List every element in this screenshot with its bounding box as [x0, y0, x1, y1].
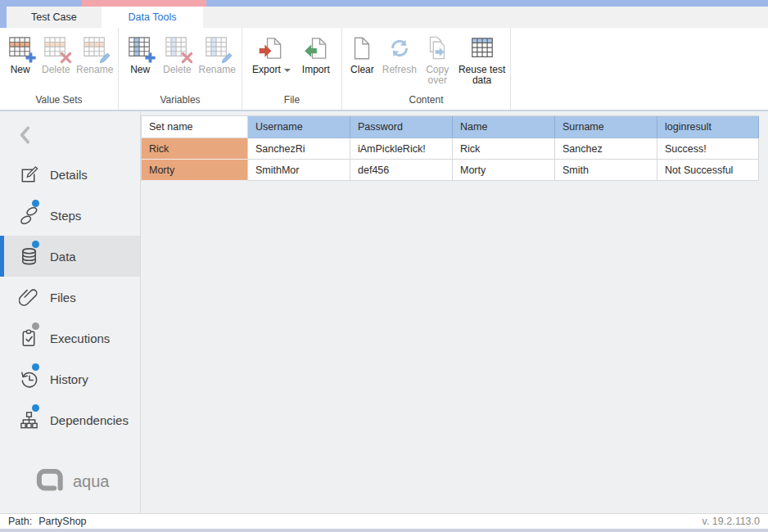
- button-label: Refresh: [382, 65, 417, 75]
- history-icon: [18, 368, 39, 390]
- chevron-left-icon: [16, 124, 34, 146]
- ribbon-group-label: Variables: [119, 92, 242, 110]
- table-cell-surname[interactable]: Smith: [555, 160, 657, 181]
- active-tab-accent: [82, 0, 206, 7]
- path-value: PartyShop: [38, 516, 86, 527]
- column-header-set-name[interactable]: Set name: [142, 116, 248, 138]
- button-label: Copy over: [421, 65, 454, 86]
- app-window: Test Case Data Tools New Del: [0, 0, 768, 532]
- paperclip-icon: [18, 286, 39, 308]
- sidebar: Details Steps Data Files: [0, 111, 141, 513]
- button-label: New: [130, 65, 150, 75]
- table-delete-row-icon: [42, 34, 70, 63]
- window-edge-accent: [0, 0, 7, 28]
- table-cell-surname[interactable]: Sanchez: [555, 138, 657, 160]
- refresh-button: Refresh: [382, 34, 417, 75]
- ribbon-group-value-sets: New Delete Rename Value Se: [0, 28, 119, 110]
- table-row: Rick SanchezRi iAmPickleRick! Rick Sanch…: [142, 138, 759, 160]
- notification-badge: [32, 363, 39, 371]
- column-header-loginresult[interactable]: loginresult: [657, 116, 759, 138]
- refresh-icon: [386, 34, 413, 63]
- table-header-row: Set name Username Password Name Surname …: [142, 116, 759, 138]
- table-cell-set-name[interactable]: Morty: [142, 160, 248, 181]
- ribbon-group-label: Value Sets: [0, 92, 118, 110]
- table-add-row-icon: [7, 34, 34, 63]
- pencil-icon: [99, 52, 111, 64]
- sidebar-item-data[interactable]: Data: [0, 236, 140, 277]
- button-label: Delete: [163, 65, 192, 75]
- table-cell-password[interactable]: iAmPickleRick!: [350, 138, 453, 160]
- edit-icon: [18, 164, 39, 185]
- table-rename-row-icon: [81, 34, 109, 63]
- table-cell-loginresult[interactable]: Success!: [657, 138, 759, 160]
- ribbon-empty-space: [511, 28, 768, 110]
- pencil-icon: [221, 52, 233, 64]
- aqua-logo-text: aqua: [73, 472, 110, 491]
- sidebar-item-details[interactable]: Details: [0, 154, 140, 195]
- notification-badge: [32, 200, 39, 207]
- aqua-logo-icon: [34, 469, 66, 494]
- sidebar-item-dependencies[interactable]: Dependencies: [0, 399, 140, 440]
- table-cell-username[interactable]: SanchezRi: [248, 138, 350, 160]
- tab-test-case[interactable]: Test Case: [7, 7, 102, 28]
- column-header-surname[interactable]: Surname: [555, 116, 657, 138]
- column-header-name[interactable]: Name: [453, 116, 555, 138]
- ribbon: New Delete Rename Value Se: [0, 28, 768, 111]
- version-label: v. 19.2.113.0: [702, 516, 760, 527]
- table-cell-password[interactable]: def456: [350, 160, 453, 181]
- content-area: Set name Username Password Name Surname …: [141, 111, 768, 513]
- button-label: Rename: [198, 65, 235, 75]
- ribbon-group-label: Content: [342, 92, 510, 110]
- ribbon-group-content: Clear Refresh Copy over: [342, 28, 511, 110]
- import-button[interactable]: Import: [300, 34, 332, 75]
- table-cell-username[interactable]: SmithMor: [248, 160, 350, 181]
- sidebar-item-label: Files: [50, 291, 76, 304]
- ribbon-group-file: Export Import File: [242, 28, 342, 110]
- sidebar-item-label: Executions: [50, 331, 110, 345]
- sidebar-item-label: History: [50, 372, 88, 386]
- value-sets-new-button[interactable]: New: [5, 34, 36, 75]
- clipboard-check-icon: [18, 327, 39, 349]
- button-label: Import: [302, 65, 330, 75]
- notification-badge: [32, 404, 39, 412]
- column-header-username[interactable]: Username: [248, 116, 350, 138]
- table-cell-name[interactable]: Morty: [453, 160, 555, 181]
- notification-badge: [32, 322, 39, 330]
- sidebar-item-label: Dependencies: [50, 413, 129, 427]
- table-rename-column-icon: [203, 34, 231, 63]
- clear-page-icon: [348, 34, 376, 63]
- x-icon: [181, 52, 193, 64]
- column-header-password[interactable]: Password: [350, 116, 453, 138]
- variables-new-button[interactable]: New: [124, 34, 156, 75]
- data-table: Set name Username Password Name Surname …: [141, 115, 759, 181]
- reuse-test-data-button[interactable]: Reuse test data: [459, 34, 506, 86]
- export-button[interactable]: Export: [252, 34, 291, 75]
- sidebar-item-label: Data: [50, 250, 76, 264]
- steps-icon: [18, 205, 39, 226]
- ribbon-tab-bar: Test Case Data Tools: [0, 7, 768, 28]
- tab-data-tools[interactable]: Data Tools: [102, 7, 204, 28]
- table-cell-name[interactable]: Rick: [453, 138, 555, 160]
- button-label: Clear: [350, 65, 374, 75]
- notification-badge: [32, 241, 39, 248]
- reuse-table-icon: [468, 34, 496, 63]
- ribbon-group-variables: New Delete Rename Variable: [119, 28, 242, 110]
- dropdown-caret-icon: [284, 69, 291, 72]
- value-sets-delete-button: Delete: [40, 34, 71, 75]
- variables-delete-button: Delete: [161, 34, 192, 75]
- sidebar-item-history[interactable]: History: [0, 358, 140, 399]
- table-cell-loginresult[interactable]: Not Successful: [657, 160, 759, 181]
- button-label: New: [11, 65, 30, 75]
- sidebar-item-executions[interactable]: Executions: [0, 318, 140, 358]
- aqua-logo: aqua: [0, 469, 140, 494]
- window-accent-strip: [0, 0, 768, 7]
- copy-over-icon: [423, 34, 451, 63]
- plus-icon: [144, 52, 156, 64]
- x-icon: [60, 52, 72, 64]
- table-cell-set-name[interactable]: Rick: [142, 138, 248, 160]
- clear-button[interactable]: Clear: [346, 34, 377, 75]
- table-delete-column-icon: [163, 34, 191, 63]
- collapse-sidebar-button[interactable]: [16, 124, 36, 146]
- sidebar-item-files[interactable]: Files: [0, 277, 140, 318]
- sidebar-item-steps[interactable]: Steps: [0, 195, 140, 236]
